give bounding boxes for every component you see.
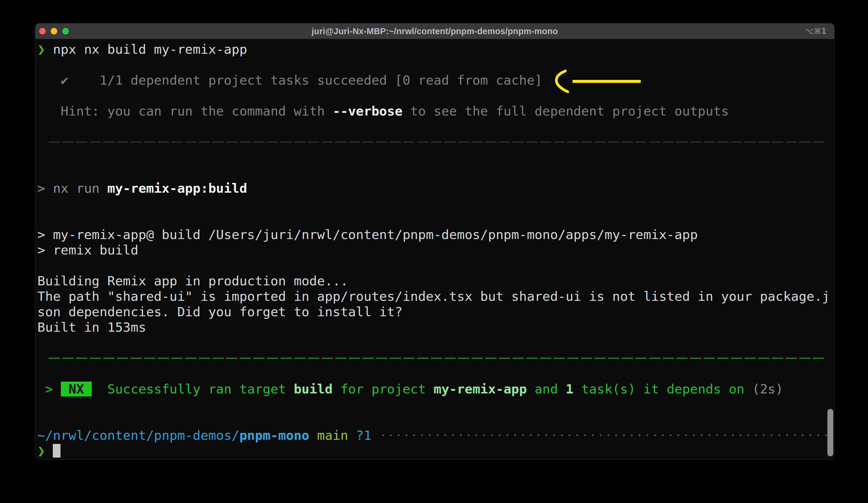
remix-build-text: > remix build	[38, 243, 138, 258]
success-divider	[38, 350, 831, 366]
command-text: npx nx build my-remix-app	[53, 42, 247, 57]
success-text: task(s) it depends on	[574, 382, 752, 396]
divider-line	[49, 141, 826, 143]
blank-line	[38, 196, 831, 211]
pkg-script-line: > my-remix-app@ build /Users/juri/nrwl/c…	[38, 227, 831, 242]
prompt-fill-dots: ········································…	[379, 428, 830, 443]
git-status-count: ?1	[356, 428, 380, 443]
success-arrow: >	[38, 382, 61, 396]
cwd-path: ~/nrwl/content/pnpm-demos/	[38, 428, 239, 443]
text-cursor	[53, 444, 61, 457]
prompt-chevron-icon: ❯	[38, 443, 53, 458]
success-project: my-remix-app	[434, 382, 527, 396]
build-output-text: The path "shared-ui" is imported in app/…	[38, 289, 830, 304]
command-line: ❯ npx nx build my-remix-app	[38, 42, 831, 57]
divider-line-green	[49, 358, 826, 359]
blank-line	[38, 335, 831, 350]
build-output-line: Building Remix app in production mode...	[38, 273, 831, 289]
terminal-output[interactable]: ❯ npx nx build my-remix-app ✔ 1/1 depend…	[35, 39, 834, 461]
success-line: > NX Successfully ran target build for p…	[38, 381, 831, 397]
nx-run-prefix: > nx run	[38, 181, 107, 196]
success-target: build	[294, 382, 332, 396]
blank-line	[38, 211, 831, 227]
build-output-line: Built in 153ms	[38, 320, 831, 335]
remix-build-line: > remix build	[38, 242, 831, 258]
nx-badge: NX	[61, 382, 92, 396]
blank-line	[38, 119, 831, 134]
prompt-chevron-icon: ❯	[38, 42, 53, 57]
titlebar[interactable]: juri@Juri-Nx-MBP:~/nrwl/content/pnpm-dem…	[35, 23, 834, 39]
build-output-text: Built in 153ms	[38, 320, 146, 335]
blank-line	[38, 397, 831, 412]
build-output-line: son dependencies. Did you forget to inst…	[38, 304, 831, 320]
success-task-count: 1	[566, 382, 574, 396]
shell-input-line[interactable]: ❯	[38, 443, 831, 459]
scrollbar-thumb[interactable]	[827, 409, 833, 456]
blank-line	[38, 412, 831, 427]
build-output-text: Building Remix app in production mode...	[38, 273, 348, 288]
pkg-script-text: > my-remix-app@ build /Users/juri/nrwl/c…	[38, 227, 698, 242]
nx-run-target: my-remix-app:build	[107, 181, 247, 196]
section-divider	[38, 134, 831, 150]
hint-text: Hint: you can run the command with	[38, 104, 332, 119]
cwd-repo-name: pnpm-mono	[239, 428, 309, 443]
blank-line	[38, 258, 831, 273]
blank-line	[38, 150, 831, 165]
build-output-text: son dependencies. Did you forget to inst…	[38, 304, 403, 319]
verbose-flag: --verbose	[332, 104, 403, 119]
hint-text-tail: to see the full dependent project output…	[403, 104, 729, 119]
git-branch: main	[309, 428, 356, 443]
window-title: juri@Juri-Nx-MBP:~/nrwl/content/pnpm-dem…	[35, 27, 834, 36]
blank-line	[38, 88, 831, 103]
duration-text: (2s)	[752, 382, 783, 396]
nx-run-line: > nx run my-remix-app:build	[38, 181, 831, 196]
task-summary-text: ✔ 1/1 dependent project tasks succeeded …	[38, 73, 542, 88]
blank-line	[38, 57, 831, 72]
success-text: Successfully ran target	[92, 382, 294, 396]
tab-shortcut-label: ⌥⌘1	[805, 23, 826, 39]
blank-line	[38, 165, 831, 181]
success-text: for project	[332, 382, 433, 396]
task-summary-line: ✔ 1/1 dependent project tasks succeeded …	[38, 72, 831, 88]
hint-line: Hint: you can run the command with --ver…	[38, 103, 831, 119]
blank-line	[38, 366, 831, 381]
build-output-line: The path "shared-ui" is imported in app/…	[38, 289, 831, 304]
shell-prompt-path-line: ~/nrwl/content/pnpm-demos/pnpm-mono main…	[38, 427, 831, 443]
success-text: and	[527, 382, 566, 396]
terminal-window: juri@Juri-Nx-MBP:~/nrwl/content/pnpm-dem…	[35, 23, 835, 460]
